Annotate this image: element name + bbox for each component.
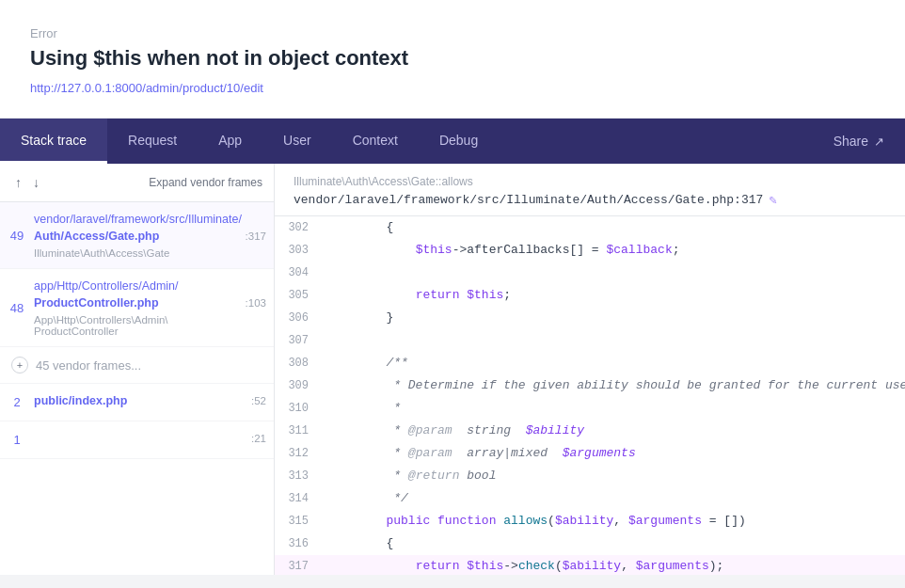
line-code: $this->afterCallbacks[] = $callback; (320, 239, 905, 262)
code-line: 304 (275, 262, 905, 284)
frame-number: 48 (0, 269, 34, 346)
code-line: 303 $this->afterCallbacks[] = $callback; (275, 239, 905, 262)
line-code: return $this; (320, 284, 905, 307)
line-number: 313 (275, 465, 320, 487)
code-line: 306 } (275, 307, 905, 329)
line-number: 314 (275, 487, 320, 510)
code-line: 313 * @return bool (275, 465, 905, 487)
frame-item[interactable]: 2 public/index.php :52 (0, 384, 274, 421)
tab-request[interactable]: Request (107, 119, 198, 164)
frame-body: app/Http/Controllers/Admin/ ProductContr… (34, 269, 274, 346)
code-line: 305 return $this; (275, 284, 905, 307)
frame-filename: public/index.php (34, 394, 127, 407)
left-panel: ↑ ↓ Expand vendor frames 49 vendor/larav… (0, 164, 275, 575)
line-number: 306 (275, 307, 320, 329)
frame-file: public/index.php :52 (34, 393, 266, 410)
frame-filename: ProductController.php (34, 296, 159, 310)
line-code: * (320, 397, 905, 420)
code-line-highlighted: 317 return $this->check($ability, $argum… (275, 555, 905, 575)
tab-debug[interactable]: Debug (419, 119, 499, 164)
line-code: * @param array|mixed $arguments (320, 442, 905, 465)
vendor-circle-icon: + (11, 357, 28, 373)
line-number: 302 (275, 216, 320, 239)
code-line: 311 * @param string $ability (275, 420, 905, 442)
tab-stack-trace[interactable]: Stack trace (0, 119, 107, 164)
frame-class: Illuminate\Auth\Access\Gate (34, 247, 266, 259)
code-namespace: Illuminate\Auth\Access\Gate::allows (294, 175, 886, 188)
frames-header: ↑ ↓ Expand vendor frames (0, 164, 274, 202)
frame-item[interactable]: 48 app/Http/Controllers/Admin/ ProductCo… (0, 269, 274, 347)
line-code: */ (320, 487, 905, 510)
frame-body: public/index.php :52 (34, 384, 274, 421)
code-filepath: vendor/laravel/framework/src/Illuminate/… (294, 192, 886, 208)
frame-item[interactable]: 1 :21 (0, 421, 274, 459)
expand-vendor-link[interactable]: Expand vendor frames (149, 176, 262, 189)
line-number: 316 (275, 532, 320, 555)
filepath-text: vendor/laravel/framework/src/Illuminate/… (294, 193, 763, 207)
code-block: 302 { 303 $this->afterCallbacks[] = $cal… (275, 216, 905, 575)
line-code: * @return bool (320, 465, 905, 487)
error-url[interactable]: http://127.0.0.1:8000/admin/product/10/e… (30, 81, 263, 95)
tab-context[interactable]: Context (332, 119, 419, 164)
arrow-buttons: ↑ ↓ (11, 173, 43, 192)
frame-filename: Auth/Access/Gate.php (34, 230, 159, 243)
share-button[interactable]: Share ↗ (813, 119, 905, 164)
vendor-frames-row[interactable]: + 45 vendor frames... (0, 347, 274, 384)
line-number: 317 (275, 555, 320, 575)
line-code: * Determine if the given ability should … (320, 374, 905, 397)
line-number: 315 (275, 510, 320, 532)
line-number: 312 (275, 442, 320, 465)
line-number: 307 (275, 329, 320, 352)
line-number: 308 (275, 352, 320, 374)
code-line: 314 */ (275, 487, 905, 510)
code-header: Illuminate\Auth\Access\Gate::allows vend… (275, 164, 905, 216)
line-code: } (320, 307, 905, 329)
frame-item[interactable]: 49 vendor/laravel/framework/src/Illumina… (0, 202, 274, 269)
frame-line: :317 (246, 229, 266, 244)
frame-line: :103 (246, 295, 266, 310)
line-number: 305 (275, 284, 320, 307)
share-icon: ↗ (874, 135, 884, 149)
line-code (320, 262, 905, 284)
arrow-down-button[interactable]: ↓ (29, 173, 43, 192)
line-number: 310 (275, 397, 320, 420)
frame-file: app/Http/Controllers/Admin/ ProductContr… (34, 278, 266, 311)
line-number: 303 (275, 239, 320, 262)
line-code: { (320, 532, 905, 555)
line-number: 304 (275, 262, 320, 284)
line-number: 311 (275, 420, 320, 442)
code-line: 316 { (275, 532, 905, 555)
tab-app[interactable]: App (198, 119, 262, 164)
vendor-frames-label: 45 vendor frames... (36, 358, 141, 373)
line-code: * @param string $ability (320, 420, 905, 442)
frame-line: :21 (251, 431, 266, 446)
edit-icon[interactable]: ✎ (769, 192, 776, 208)
main-content: ↑ ↓ Expand vendor frames 49 vendor/larav… (0, 164, 905, 575)
code-line: 310 * (275, 397, 905, 420)
tab-user[interactable]: User (262, 119, 332, 164)
error-header: Error Using $this when not in object con… (0, 0, 905, 119)
line-code: /** (320, 352, 905, 374)
line-code: return $this->check($ability, $arguments… (320, 555, 905, 575)
line-code: public function allows($ability, $argume… (320, 510, 905, 532)
frame-number: 2 (0, 384, 34, 421)
line-number: 309 (275, 374, 320, 397)
frame-body: vendor/laravel/framework/src/Illuminate/… (34, 202, 274, 268)
frame-body: :21 (34, 421, 274, 458)
frame-class: App\Http\Controllers\Admin\ProductContro… (34, 314, 266, 337)
code-line: 315 public function allows($ability, $ar… (275, 510, 905, 532)
line-code (320, 329, 905, 352)
frame-number: 1 (0, 421, 34, 458)
code-line: 312 * @param array|mixed $arguments (275, 442, 905, 465)
frame-line: :52 (251, 393, 266, 408)
code-line: 307 (275, 329, 905, 352)
error-label: Error (30, 26, 875, 40)
code-line: 302 { (275, 216, 905, 239)
tab-bar: Stack trace Request App User Context Deb… (0, 119, 905, 164)
share-label: Share (834, 134, 868, 149)
frame-number: 49 (0, 202, 34, 268)
code-line: 309 * Determine if the given ability sho… (275, 374, 905, 397)
right-panel: Illuminate\Auth\Access\Gate::allows vend… (275, 164, 905, 575)
arrow-up-button[interactable]: ↑ (11, 173, 25, 192)
line-code: { (320, 216, 905, 239)
